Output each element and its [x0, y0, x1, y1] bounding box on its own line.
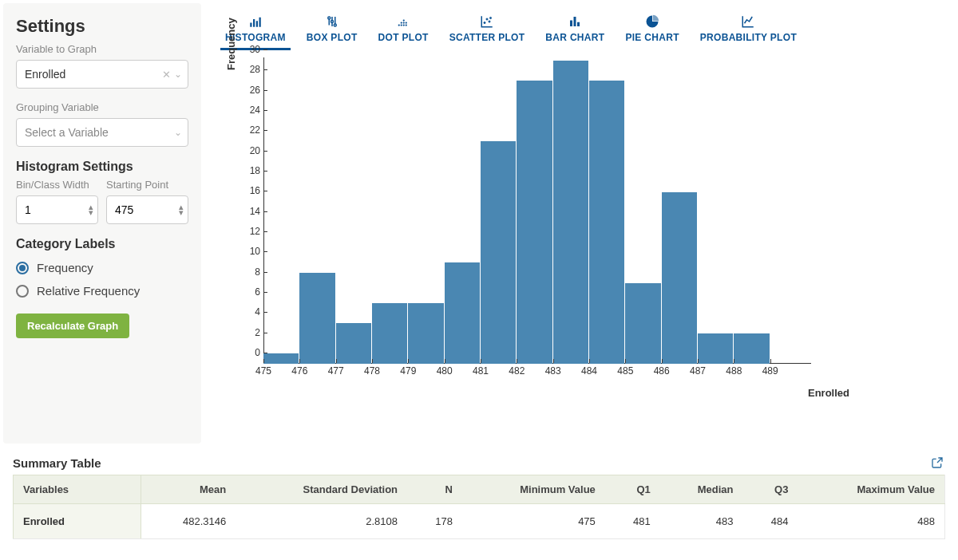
radio-icon — [16, 262, 29, 274]
summary-title: Summary Table — [13, 456, 945, 470]
probability-icon — [741, 14, 755, 29]
histogram-bar — [734, 333, 769, 364]
scatter-icon — [480, 14, 494, 29]
svg-point-18 — [489, 17, 491, 18]
chart-type-tabs: HISTOGRAMBOX PLOTDOT PLOTSCATTER PLOTBAR… — [220, 11, 945, 51]
tab-label: DOT PLOT — [378, 32, 429, 43]
histogram-bar — [445, 262, 480, 364]
svg-point-4 — [327, 17, 330, 19]
y-tick: 20 — [236, 145, 260, 156]
x-tick: 488 — [726, 365, 742, 377]
boxplot-icon — [325, 14, 339, 29]
svg-point-8 — [401, 24, 402, 26]
histogram-bar — [299, 273, 335, 364]
row-value: 2.8108 — [236, 504, 407, 539]
histogram-icon — [248, 14, 263, 29]
y-tick: 6 — [236, 286, 260, 298]
grouping-select[interactable]: Select a Variable ⌄ — [16, 118, 188, 147]
recalculate-button[interactable]: Recalculate Graph — [16, 314, 129, 338]
svg-rect-19 — [570, 21, 572, 27]
histogram-chart: Frequency 024681012141618202224262830 47… — [220, 61, 945, 404]
y-axis-label: Frequency — [225, 18, 237, 70]
x-tick: 479 — [400, 365, 416, 377]
col-header: Maximum Value — [798, 475, 944, 504]
y-tick: 26 — [236, 85, 260, 96]
y-tick: 4 — [236, 306, 260, 317]
y-tick: 28 — [236, 64, 260, 75]
x-tick: 480 — [437, 365, 453, 377]
x-tick: 476 — [291, 365, 307, 377]
svg-point-10 — [403, 24, 405, 26]
tab-barchart[interactable]: BAR CHART — [540, 11, 609, 50]
tab-dotplot[interactable]: DOT PLOT — [374, 11, 433, 50]
plot-area: 024681012141618202224262830 475476477478… — [263, 61, 806, 364]
summary-table-panel: Summary Table VariablesMeanStandard Devi… — [0, 447, 958, 560]
x-tick: 489 — [762, 365, 778, 377]
radio-icon — [16, 285, 29, 298]
grouping-placeholder: Select a Variable — [16, 118, 188, 147]
radio-frequency-label: Frequency — [37, 261, 93, 274]
x-tick: 487 — [690, 365, 706, 377]
x-tick: 483 — [545, 365, 561, 377]
svg-point-17 — [489, 21, 490, 22]
svg-rect-3 — [259, 18, 260, 27]
svg-point-7 — [398, 24, 400, 26]
radio-relative-frequency[interactable]: Relative Frequency — [16, 279, 188, 302]
x-tick: 486 — [654, 365, 670, 377]
tab-boxplot[interactable]: BOX PLOT — [302, 11, 362, 50]
svg-point-16 — [486, 18, 488, 20]
radio-frequency[interactable]: Frequency — [16, 256, 188, 279]
row-value: 483 — [660, 504, 743, 539]
popout-icon[interactable] — [931, 456, 944, 471]
radio-relative-label: Relative Frequency — [37, 284, 140, 298]
settings-title: Settings — [16, 16, 188, 37]
svg-rect-21 — [577, 22, 580, 26]
x-tick: 475 — [255, 365, 271, 377]
svg-point-9 — [401, 22, 402, 23]
histogram-bar — [263, 353, 299, 364]
histogram-bar — [625, 283, 660, 364]
y-tick: 14 — [236, 206, 260, 217]
row-value: 488 — [798, 504, 944, 539]
row-value: 178 — [407, 504, 462, 539]
svg-rect-20 — [574, 17, 576, 26]
row-value: 475 — [462, 504, 605, 539]
y-tick: 24 — [236, 105, 260, 116]
row-name: Enrolled — [14, 504, 141, 539]
piechart-icon — [645, 14, 659, 29]
starting-point-input[interactable] — [106, 195, 188, 224]
bin-width-input[interactable] — [16, 195, 98, 224]
row-value: 481 — [605, 504, 660, 539]
tab-probability[interactable]: PROBABILITY PLOT — [695, 11, 802, 50]
y-tick: 0 — [236, 347, 260, 358]
y-tick: 10 — [236, 246, 260, 257]
histogram-bar — [372, 303, 407, 364]
histogram-bar — [662, 192, 697, 364]
y-tick: 18 — [236, 165, 260, 176]
svg-rect-2 — [256, 21, 258, 27]
summary-table: VariablesMeanStandard DeviationNMinimum … — [13, 475, 945, 539]
svg-point-14 — [406, 22, 407, 23]
tab-piechart[interactable]: PIE CHART — [620, 11, 683, 50]
x-axis-label: Enrolled — [808, 387, 849, 399]
tab-label: PROBABILITY PLOT — [700, 32, 797, 43]
x-tick: 484 — [581, 365, 597, 377]
svg-rect-1 — [253, 19, 255, 27]
row-value: 482.3146 — [141, 504, 236, 539]
histogram-bar — [698, 333, 733, 364]
svg-point-11 — [403, 22, 405, 23]
var-to-graph-select[interactable]: Enrolled ✕ ⌄ — [16, 60, 188, 89]
x-tick: 482 — [509, 365, 525, 377]
settings-panel: Settings Variable to Graph Enrolled ✕ ⌄ … — [3, 3, 201, 444]
y-tick: 30 — [236, 44, 260, 55]
svg-rect-0 — [250, 23, 251, 27]
col-header: Minimum Value — [462, 475, 605, 504]
svg-point-12 — [403, 19, 405, 21]
var-to-graph-label: Variable to Graph — [16, 43, 188, 55]
tab-scatter[interactable]: SCATTER PLOT — [445, 11, 530, 50]
dotplot-icon — [396, 14, 410, 29]
y-tick: 2 — [236, 327, 260, 338]
histogram-bar — [481, 141, 516, 364]
hist-settings-title: Histogram Settings — [16, 160, 188, 174]
y-tick: 22 — [236, 124, 260, 136]
